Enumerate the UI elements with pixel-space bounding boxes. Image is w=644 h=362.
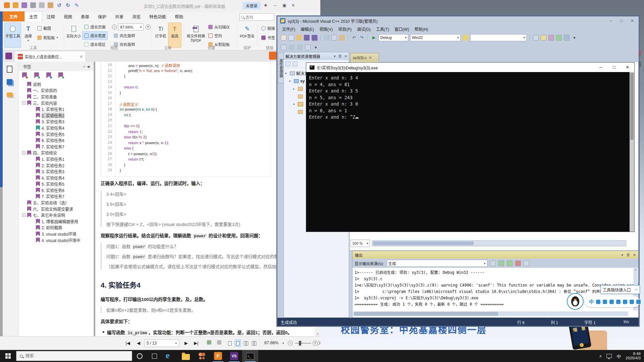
tree-arrow-icon[interactable]: ▸ — [293, 87, 297, 90]
zoom-percent-label[interactable]: 87.66% — [264, 341, 278, 345]
bookmark-item[interactable]: 2. 如何截图 — [19, 225, 94, 231]
maximize-icon[interactable]: □ — [607, 63, 621, 72]
tree-arrow-icon[interactable]: ▾ — [285, 72, 288, 75]
highlight-button[interactable]: T 高亮 — [168, 23, 181, 48]
bookmark-item[interactable]: 1. 实验任务1 — [19, 156, 94, 162]
search-input[interactable] — [25, 354, 113, 358]
locate-bookmark-icon[interactable] — [46, 72, 51, 78]
pages-panel-icon[interactable] — [7, 79, 14, 87]
foxit-tab-2[interactable]: 主页 — [24, 11, 42, 21]
redo-icon[interactable]: ↻ — [65, 2, 71, 8]
bookmark-item[interactable]: 7. 实验任务7 — [19, 193, 94, 200]
bookmark-item[interactable]: 3. 实验任务3 — [19, 168, 94, 175]
taskbar-app-file-explorer[interactable] — [178, 350, 194, 362]
word-wrap-icon[interactable] — [524, 260, 529, 266]
taskbar-search[interactable] — [16, 351, 132, 361]
bookmark-item[interactable]: 二、实验准备 — [19, 94, 94, 100]
close-panel-icon[interactable]: ✕ — [344, 54, 347, 58]
toolbar-icon[interactable] — [281, 45, 286, 50]
actual-size-button[interactable]: 实际大小 — [66, 23, 81, 48]
next-page-icon[interactable]: ▶ — [182, 340, 190, 347]
skin-icon[interactable] — [623, 300, 627, 304]
foxit-tab-9[interactable]: 特色功能 — [145, 11, 170, 21]
close-tab-icon[interactable]: ✕ — [369, 55, 372, 60]
panel-menu-icon[interactable]: ▾ — [622, 253, 623, 257]
clipboard-button[interactable]: 剪贴板▾ — [36, 34, 60, 42]
redo-icon[interactable]: ↷ — [359, 35, 365, 41]
bookmark-item[interactable]: 说明 — [19, 81, 94, 87]
toolbar-overflow-icon[interactable]: ▾ — [313, 45, 319, 50]
output-horizontal-scrollbar[interactable] — [353, 311, 628, 316]
minimize-icon[interactable]: ─ — [594, 63, 607, 72]
taskbar-app-visual-studio[interactable]: VS — [226, 350, 242, 362]
previous-page-icon[interactable]: ◀ — [135, 340, 142, 347]
qq-assistant-icon[interactable] — [567, 293, 584, 310]
bookmark-item[interactable]: 2. 实验任务2 — [19, 112, 94, 119]
cortana-button[interactable] — [132, 353, 147, 359]
vs-menu-7[interactable]: 窗口(W) — [392, 25, 412, 33]
find-input[interactable]: 查找 — [239, 13, 274, 21]
snapshot-tool-icon[interactable] — [205, 340, 213, 347]
clear-all-icon[interactable] — [515, 260, 521, 266]
document-tab[interactable]: PDF 实验3_C语言函数应... ✕ — [15, 51, 86, 62]
close-icon[interactable]: ✕ — [628, 18, 637, 24]
foxit-tab-5[interactable]: 表单 — [76, 11, 94, 21]
goto-prev-message-icon[interactable] — [498, 260, 504, 266]
print-icon[interactable] — [30, 2, 36, 8]
undo-icon[interactable]: ↶ — [351, 35, 357, 41]
last-page-icon[interactable]: ▶| — [193, 340, 200, 347]
account-status[interactable]: 未登录 — [243, 2, 261, 9]
pin-icon[interactable]: 早 — [338, 54, 342, 59]
bookmark-item[interactable]: 4. 实验任务4 — [19, 175, 94, 181]
punctuation-icon[interactable] — [603, 300, 607, 304]
continuous-view-icon[interactable] — [235, 340, 241, 347]
pdf-sign-button[interactable]: ✎ PDF签名 — [239, 23, 256, 48]
clipboard-tool-icon[interactable] — [215, 340, 223, 347]
taskbar-app-foxit-reader[interactable]: F — [210, 350, 226, 362]
floating-tool-icon[interactable] — [269, 52, 276, 60]
toolbar-icon[interactable] — [305, 45, 311, 50]
bookmark-item[interactable]: 4. 实验任务4 — [19, 125, 94, 131]
bookmark-item[interactable]: 3. 实验任务3 — [19, 119, 94, 125]
properties-tool-icon[interactable] — [285, 61, 290, 66]
editor-zoom-combo[interactable]: 100 %▾ — [351, 240, 370, 247]
close-icon[interactable]: ✕ — [290, 2, 297, 8]
new-project-icon[interactable] — [281, 35, 286, 41]
zoom-slider[interactable] — [295, 343, 311, 344]
editor-horizontal-scrollbar[interactable] — [372, 240, 626, 246]
console-output[interactable]: Enter x and n: 3 4n = 4, ans = 81Enter x… — [306, 72, 630, 232]
cut-icon[interactable] — [324, 35, 329, 41]
fit-page-button[interactable]: 适合页面 — [83, 23, 107, 31]
zoom-out-icon[interactable]: − — [288, 341, 293, 346]
expander-icon[interactable]: − — [22, 214, 25, 217]
bookmark-item[interactable]: 2. 实验任务2 — [19, 162, 94, 169]
vs-menu-3[interactable]: 视图(V) — [317, 25, 335, 33]
vs-menu-4[interactable]: 项目(P) — [335, 25, 354, 33]
collapse-panel-icon[interactable]: » ◀ — [83, 65, 90, 68]
maximize-icon[interactable]: □ — [617, 18, 626, 24]
foxit-tab-1[interactable]: 文件 — [3, 11, 24, 21]
minimize-icon[interactable]: ─ — [272, 2, 278, 8]
bookmark-item[interactable]: 1. 实验任务1 — [19, 106, 94, 112]
open-file-icon[interactable] — [296, 35, 302, 41]
bookmark-button[interactable]: 书签 — [260, 34, 277, 42]
bookmark-item[interactable]: 5. 实验任务5 — [19, 131, 94, 137]
chinese-mode-indicator[interactable]: 中 — [589, 299, 594, 304]
continuous-facing-view-icon[interactable] — [251, 340, 257, 347]
foxit-tab-4[interactable]: 视图 — [59, 11, 76, 21]
vs-menu-1[interactable]: 文件(F) — [279, 25, 298, 33]
bookmark-item[interactable]: 4. visual studio环境中 — [19, 237, 94, 243]
solution-platform-combo[interactable]: Win32▾ — [410, 34, 461, 41]
typewriter-button[interactable]: TI 打字机 — [154, 23, 168, 48]
close-panel-icon[interactable]: ✕ — [633, 253, 636, 257]
vs-menu-2[interactable]: 编辑(E) — [298, 25, 317, 33]
bookmark-item[interactable]: 5. 实验任务5 — [19, 181, 94, 187]
hidden-icons-chevron[interactable]: ∧ — [599, 354, 602, 358]
start-debug-icon[interactable]: ▶ — [371, 35, 377, 41]
save-all-icon[interactable] — [312, 35, 317, 41]
bookmark-item[interactable]: 6. 实验任务6 — [19, 137, 94, 143]
close-tab-icon[interactable]: ✕ — [79, 54, 83, 59]
rotate-left-button[interactable]: 向左旋转 — [112, 32, 137, 40]
start-button[interactable] — [0, 350, 16, 362]
create-pdf-icon[interactable] — [48, 2, 53, 8]
